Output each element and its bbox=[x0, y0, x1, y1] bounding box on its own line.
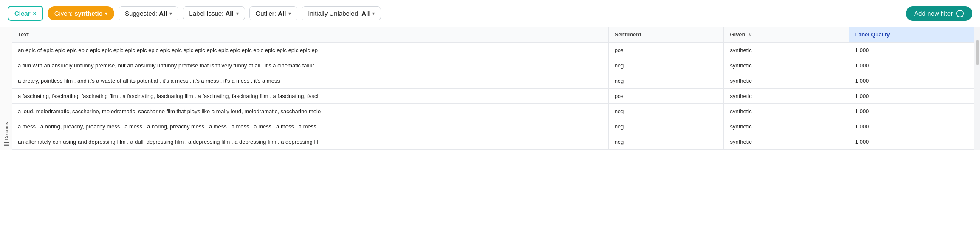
cell-sentiment: neg bbox=[608, 134, 724, 150]
outlier-filter-button[interactable]: Outlier: All ▾ bbox=[249, 6, 298, 20]
table-row[interactable]: an epic of epic epic epic epic epic epic… bbox=[12, 42, 974, 58]
table-row[interactable]: a mess . a boring, preachy, preachy mess… bbox=[12, 119, 974, 134]
given-filter-button[interactable]: Given: synthetic ▾ bbox=[48, 6, 114, 20]
cell-sentiment: pos bbox=[608, 42, 724, 58]
outlier-chevron-icon: ▾ bbox=[288, 11, 291, 17]
col-header-sentiment: Sentiment bbox=[608, 27, 724, 42]
cell-given: synthetic bbox=[724, 58, 849, 73]
table-area: ||| Columns Text Sentiment Given ⊽ Label… bbox=[0, 27, 980, 150]
cell-sentiment: pos bbox=[608, 89, 724, 104]
cell-label-quality: 1.000 bbox=[849, 134, 974, 150]
data-table: Text Sentiment Given ⊽ Label Quality an … bbox=[12, 27, 974, 150]
cell-given: synthetic bbox=[724, 73, 849, 89]
cell-given: synthetic bbox=[724, 119, 849, 134]
cell-given: synthetic bbox=[724, 104, 849, 119]
initially-unlabeled-chevron-icon: ▾ bbox=[372, 11, 375, 17]
table-row[interactable]: a dreary, pointless film . and it's a wa… bbox=[12, 73, 974, 89]
outlier-filter-label: Outlier: All bbox=[256, 10, 286, 17]
col-header-text: Text bbox=[12, 27, 608, 42]
given-sort-icon: ⊽ bbox=[748, 32, 752, 38]
cell-sentiment: neg bbox=[608, 58, 724, 73]
initially-unlabeled-filter-button[interactable]: Initially Unlabeled: All ▾ bbox=[302, 6, 381, 20]
cell-label-quality: 1.000 bbox=[849, 58, 974, 73]
columns-label-text: Columns bbox=[4, 122, 9, 140]
cell-text: a dreary, pointless film . and it's a wa… bbox=[12, 73, 608, 89]
given-chevron-icon: ▾ bbox=[105, 11, 107, 17]
suggested-chevron-icon: ▾ bbox=[169, 11, 172, 17]
columns-lines-icon: ||| bbox=[3, 142, 9, 146]
cell-text: an alternately confusing and depressing … bbox=[12, 134, 608, 150]
suggested-filter-label: Suggested: All bbox=[125, 10, 167, 17]
cell-label-quality: 1.000 bbox=[849, 42, 974, 58]
suggested-filter-button[interactable]: Suggested: All ▾ bbox=[119, 6, 178, 20]
cell-sentiment: neg bbox=[608, 119, 724, 134]
cell-label-quality: 1.000 bbox=[849, 73, 974, 89]
initially-unlabeled-filter-label: Initially Unlabeled: All bbox=[308, 10, 370, 17]
cell-text: a film with an absurdly unfunny premise,… bbox=[12, 58, 608, 73]
label-issue-filter-label: Label Issue: All bbox=[189, 10, 233, 17]
cell-given: synthetic bbox=[724, 42, 849, 58]
cell-text: a mess . a boring, preachy, preachy mess… bbox=[12, 119, 608, 134]
label-issue-filter-button[interactable]: Label Issue: All ▾ bbox=[183, 6, 245, 20]
toolbar: Clear × Given: synthetic ▾ Suggested: Al… bbox=[0, 0, 980, 27]
cell-sentiment: neg bbox=[608, 73, 724, 89]
cell-text: an epic of epic epic epic epic epic epic… bbox=[12, 42, 608, 58]
col-header-label-quality: Label Quality bbox=[849, 27, 974, 42]
add-filter-label: Add new filter bbox=[914, 10, 953, 17]
cell-given: synthetic bbox=[724, 89, 849, 104]
clear-label: Clear bbox=[14, 10, 31, 17]
table-row[interactable]: a fascinating, fascinating, fascinating … bbox=[12, 89, 974, 104]
table-header-row: Text Sentiment Given ⊽ Label Quality bbox=[12, 27, 974, 42]
table-row[interactable]: a loud, melodramatic, saccharine, melodr… bbox=[12, 104, 974, 119]
columns-toggle[interactable]: ||| Columns bbox=[0, 27, 12, 150]
cell-sentiment: neg bbox=[608, 104, 724, 119]
cell-text: a loud, melodramatic, saccharine, melodr… bbox=[12, 104, 608, 119]
cell-label-quality: 1.000 bbox=[849, 119, 974, 134]
scrollbar[interactable] bbox=[974, 27, 980, 150]
clear-button[interactable]: Clear × bbox=[8, 6, 43, 21]
cell-given: synthetic bbox=[724, 134, 849, 150]
given-filter-label: Given: synthetic bbox=[54, 10, 102, 17]
cell-label-quality: 1.000 bbox=[849, 89, 974, 104]
col-header-given[interactable]: Given ⊽ bbox=[724, 27, 849, 42]
cell-label-quality: 1.000 bbox=[849, 104, 974, 119]
close-icon: × bbox=[33, 10, 37, 17]
table-row[interactable]: an alternately confusing and depressing … bbox=[12, 134, 974, 150]
table-row[interactable]: a film with an absurdly unfunny premise,… bbox=[12, 58, 974, 73]
scrollbar-thumb bbox=[976, 40, 979, 65]
cell-text: a fascinating, fascinating, fascinating … bbox=[12, 89, 608, 104]
add-filter-button[interactable]: Add new filter + bbox=[906, 6, 972, 21]
label-issue-chevron-icon: ▾ bbox=[236, 11, 239, 17]
plus-circle-icon: + bbox=[956, 10, 964, 17]
